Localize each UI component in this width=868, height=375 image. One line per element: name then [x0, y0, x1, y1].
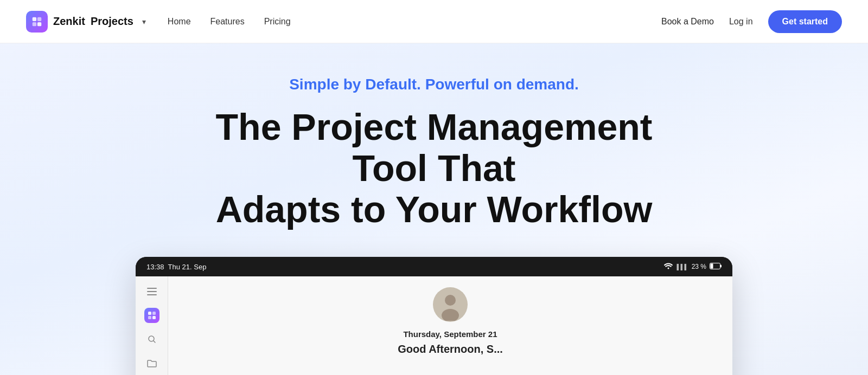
svg-rect-11 — [148, 312, 151, 315]
status-time-date: 13:38 Thu 21. Sep — [146, 263, 206, 271]
device-screen: Thursday, September 21 Good Afternoon, S… — [136, 276, 732, 375]
book-demo-link[interactable]: Book a Demo — [661, 17, 714, 27]
hero-title: The Project Management Tool That Adapts … — [190, 106, 678, 230]
svg-point-4 — [668, 268, 669, 269]
nav-links: Home Features Pricing — [168, 17, 661, 27]
wifi-icon — [663, 262, 673, 271]
signal-icon: ▌▌▌ — [676, 264, 688, 270]
battery-icon — [710, 263, 722, 271]
user-avatar — [433, 287, 468, 322]
svg-rect-7 — [711, 263, 713, 268]
svg-rect-2 — [33, 22, 36, 25]
navbar: Zenkit Projects ▾ Home Features Pricing … — [0, 0, 868, 43]
svg-rect-6 — [720, 264, 722, 267]
svg-rect-10 — [147, 294, 157, 295]
device-status-bar: 13:38 Thu 21. Sep ▌▌▌ 23 % — [136, 257, 732, 276]
nav-link-pricing[interactable]: Pricing — [264, 17, 291, 27]
brand-product-text: Projects — [91, 15, 133, 28]
hero-section: Simple by Default. Powerful on demand. T… — [0, 43, 868, 375]
svg-rect-0 — [33, 17, 36, 21]
screen-subtitle-text: Good Afternoon, S... — [398, 343, 503, 355]
screen-date-text: Thursday, September 21 — [403, 329, 497, 339]
brand-text: Zenkit — [53, 15, 85, 28]
sidebar-search-icon[interactable] — [144, 332, 159, 347]
sidebar-app-icon[interactable] — [144, 308, 159, 323]
sidebar-folder-icon[interactable] — [144, 355, 159, 371]
get-started-button[interactable]: Get started — [768, 10, 842, 33]
device-frame: 13:38 Thu 21. Sep ▌▌▌ 23 % — [136, 257, 732, 375]
brand-logo-icon — [26, 11, 48, 33]
battery-percent: 23 % — [692, 263, 706, 270]
status-right-icons: ▌▌▌ 23 % — [663, 262, 722, 271]
nav-right-area: Book a Demo Log in Get started — [661, 10, 842, 33]
svg-rect-1 — [37, 17, 41, 21]
hero-tagline: Simple by Default. Powerful on demand. — [289, 76, 579, 93]
screen-main-content: Thursday, September 21 Good Afternoon, S… — [168, 276, 732, 375]
hero-title-line1: The Project Management Tool That — [216, 106, 653, 189]
nav-link-features[interactable]: Features — [210, 17, 245, 27]
nav-link-home[interactable]: Home — [168, 17, 191, 27]
svg-rect-14 — [152, 316, 156, 319]
sidebar-menu-icon[interactable] — [144, 284, 159, 299]
svg-rect-9 — [147, 291, 157, 292]
svg-point-18 — [445, 295, 456, 306]
svg-rect-8 — [147, 288, 157, 289]
login-link[interactable]: Log in — [729, 17, 753, 27]
device-mockup: 13:38 Thu 21. Sep ▌▌▌ 23 % — [136, 257, 732, 375]
svg-rect-12 — [152, 312, 156, 315]
svg-rect-13 — [148, 316, 151, 319]
screen-sidebar — [136, 276, 168, 375]
hero-title-line2: Adapts to Your Workflow — [216, 189, 653, 230]
brand-dropdown-chevron[interactable]: ▾ — [142, 17, 146, 26]
svg-rect-3 — [37, 22, 41, 25]
brand-logo-area[interactable]: Zenkit Projects ▾ — [26, 11, 146, 33]
svg-line-16 — [154, 341, 155, 342]
